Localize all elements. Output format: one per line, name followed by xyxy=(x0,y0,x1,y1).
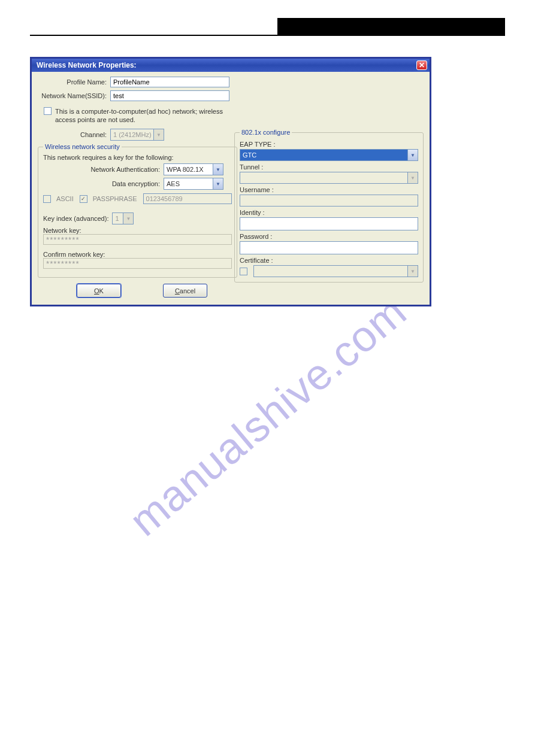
header-black-box xyxy=(277,18,505,35)
cancel-button[interactable]: Cancel xyxy=(163,284,207,297)
enc-value: AES xyxy=(164,180,213,187)
username-input xyxy=(240,195,418,207)
eap-type-value: GTC xyxy=(240,151,407,159)
certificate-label: Certificate : xyxy=(240,257,418,264)
confirm-key-label: Confirm network key: xyxy=(43,251,232,258)
channel-value: 1 (2412MHz) xyxy=(111,131,153,138)
tunnel-select: ▼ xyxy=(240,172,418,184)
password-label: Password : xyxy=(240,233,418,240)
passphrase-label: PASSPHRASE xyxy=(93,195,137,202)
keyindex-label: Key index (advanced): xyxy=(43,215,108,222)
watermark-text: manualshive.com xyxy=(120,286,415,545)
page-divider xyxy=(30,35,505,36)
dot1x-fieldset: 802.1x configure EAP TYPE : GTC ▼ Tunnel… xyxy=(234,129,424,283)
identity-label: Identity : xyxy=(240,209,418,216)
dialog-title: Wireless Network Properties: xyxy=(37,61,137,69)
netkey-input xyxy=(43,234,232,245)
ascii-label: ASCII xyxy=(56,195,74,202)
eap-type-label: EAP TYPE : xyxy=(240,141,418,148)
auth-label: Network Authentication: xyxy=(43,166,160,173)
security-intro: This network requires a key for the foll… xyxy=(43,154,232,161)
keyindex-value: 1 xyxy=(113,215,123,222)
chevron-down-icon: ▼ xyxy=(213,178,223,189)
ssid-label: Network Name(SSID): xyxy=(38,92,107,99)
chevron-down-icon: ▼ xyxy=(153,129,164,140)
dialog-body: Profile Name: Network Name(SSID): This i… xyxy=(32,72,430,305)
chevron-down-icon: ▼ xyxy=(123,213,133,224)
tunnel-label: Tunnel : xyxy=(240,163,418,171)
enc-label: Data encryption: xyxy=(43,180,160,187)
ascii-checkbox xyxy=(43,195,51,203)
profile-name-label: Profile Name: xyxy=(38,78,107,86)
ok-button[interactable]: OK xyxy=(77,284,121,297)
chevron-down-icon: ▼ xyxy=(407,150,418,160)
adhoc-label: This is a computer-to-computer(ad hoc) n… xyxy=(55,107,235,124)
channel-select: 1 (2412MHz) ▼ xyxy=(110,129,164,141)
username-label: Username : xyxy=(240,186,418,193)
chevron-down-icon: ▼ xyxy=(213,164,223,175)
security-fieldset: Wireless network security This network r… xyxy=(38,143,237,278)
certificate-select: ▼ xyxy=(253,265,418,277)
channel-label: Channel: xyxy=(38,131,107,138)
chevron-down-icon: ▼ xyxy=(407,172,418,183)
enc-select[interactable]: AES ▼ xyxy=(164,178,223,190)
security-legend: Wireless network security xyxy=(43,143,122,150)
confirm-key-input xyxy=(43,258,232,269)
netkey-label: Network key: xyxy=(43,227,232,234)
identity-input[interactable] xyxy=(240,217,418,230)
auth-select[interactable]: WPA 802.1X ▼ xyxy=(164,163,223,175)
close-icon: ✕ xyxy=(419,61,425,69)
keyindex-select: 1 ▼ xyxy=(112,212,134,224)
profile-name-input[interactable] xyxy=(110,77,229,87)
certificate-checkbox xyxy=(240,268,247,275)
passphrase-checkbox: ✓ xyxy=(80,195,87,203)
auth-value: WPA 802.1X xyxy=(164,166,213,173)
adhoc-checkbox[interactable] xyxy=(44,107,52,115)
dot1x-legend: 802.1x configure xyxy=(240,129,292,136)
wireless-properties-dialog: Wireless Network Properties: ✕ Profile N… xyxy=(30,57,431,306)
ssid-input[interactable] xyxy=(110,90,229,101)
password-input[interactable] xyxy=(240,241,418,254)
chevron-down-icon: ▼ xyxy=(407,266,418,277)
passphrase-input xyxy=(143,193,232,204)
eap-type-select[interactable]: GTC ▼ xyxy=(240,149,418,161)
titlebar: Wireless Network Properties: ✕ xyxy=(32,59,430,72)
close-button[interactable]: ✕ xyxy=(416,60,427,70)
